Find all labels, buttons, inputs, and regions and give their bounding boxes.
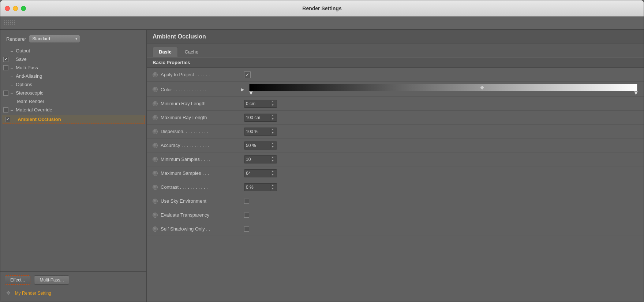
nav-item-multipass[interactable]: – Multi-Pass [0,63,146,72]
min-samples-radio[interactable] [153,157,158,162]
spin-up-icon[interactable]: ▲ [272,128,274,131]
spin-down-icon[interactable]: ▼ [272,103,274,107]
nav-item-stereoscopic[interactable]: – Stereoscopic [0,89,146,97]
max-ray-length-radio[interactable] [153,115,158,120]
render-setting-label: My Render Setting [14,291,51,296]
contrast-radio[interactable] [153,185,158,190]
color-gradient-bar[interactable] [249,84,638,91]
min-ray-length-value[interactable]: 0 cm ▲ ▼ [244,100,277,108]
nav-item-save[interactable]: – Save [0,55,146,63]
contrast-label: Contrast . . . . . . . . . . . [161,184,241,190]
multipass-checkbox [3,65,8,70]
apply-to-project-radio[interactable] [153,72,158,77]
dispersion-value[interactable]: 100 % ▲ ▼ [244,128,277,136]
toolbar: ⠿⠿⠿ [0,16,644,30]
nav-item-output[interactable]: – Output [0,47,146,55]
min-samples-spinner[interactable]: ▲ ▼ [270,155,275,163]
panel-header: Ambient Occlusion [147,30,644,44]
self-shadowing-radio[interactable] [153,226,158,232]
materialoverride-checkbox [3,107,8,113]
color-radio[interactable] [153,87,158,92]
min-ray-length-radio[interactable] [153,101,158,106]
nav-item-teamrender[interactable]: – Team Render [0,97,146,106]
color-handle-left[interactable] [249,91,253,95]
prop-min-samples: Minimum Samples . . . . 10 ▲ ▼ [147,152,644,166]
nav-item-options[interactable]: – Options [0,80,146,89]
dispersion-label: Dispersion. . . . . . . . . . [161,129,241,134]
max-samples-label: Maximum Samples . . . [161,170,241,176]
max-ray-length-label: Maximum Ray Length [161,115,241,120]
apply-to-project-label: Apply to Project . . . . . . [161,72,241,77]
ambientocclusion-checkbox [5,117,10,122]
prop-color: Color . . . . . . . . . . . . . ▶ [147,82,644,97]
contrast-spinner[interactable]: ▲ ▼ [270,183,275,191]
accuracy-spinner[interactable]: ▲ ▼ [270,141,275,150]
sidebar: Renderer Standard – Output – Save [0,30,147,302]
spin-up-icon[interactable]: ▲ [272,141,274,145]
spin-down-icon[interactable]: ▼ [272,117,274,121]
prop-self-shadowing: Self Shadowing Only . . [147,222,644,236]
eval-transparency-check[interactable] [244,213,249,218]
max-samples-spinner[interactable]: ▲ ▼ [270,169,275,177]
tab-basic[interactable]: Basic [153,47,178,57]
spin-up-icon[interactable]: ▲ [272,169,274,173]
minimize-button[interactable] [13,6,18,11]
accuracy-label: Accuracy . . . . . . . . . . . [161,143,241,148]
nav-item-antialiasing[interactable]: – Anti-Aliasing [0,72,146,80]
self-shadowing-label: Self Shadowing Only . . [161,226,241,232]
tabs-row: Basic Cache [147,44,644,57]
renderer-select[interactable]: Standard [29,35,80,43]
maximize-button[interactable] [21,6,26,11]
spin-down-icon[interactable]: ▼ [272,145,274,149]
section-header: Basic Properties [147,57,644,68]
dispersion-radio[interactable] [153,129,158,134]
tab-cache[interactable]: Cache [179,47,205,57]
eval-transparency-radio[interactable] [153,213,158,218]
spin-up-icon[interactable]: ▲ [272,114,274,117]
color-bar-container[interactable] [249,84,638,95]
spin-down-icon[interactable]: ▼ [272,131,274,135]
spin-up-icon[interactable]: ▲ [272,183,274,187]
use-sky-env-radio[interactable] [153,199,158,204]
spin-up-icon[interactable]: ▲ [272,100,274,103]
use-sky-env-check[interactable] [244,199,249,204]
spin-down-icon[interactable]: ▼ [272,173,274,177]
prop-apply-to-project: Apply to Project . . . . . . [147,68,644,82]
stereoscopic-checkbox [3,91,8,96]
self-shadowing-check[interactable] [244,226,249,232]
multipass-button[interactable]: Multi-Pass... [34,275,69,285]
nav-item-ambientocclusion[interactable]: – Ambient Occlusion [2,115,145,124]
prop-dispersion: Dispersion. . . . . . . . . . 100 % ▲ ▼ [147,125,644,139]
color-bar-diamond[interactable] [480,85,485,90]
renderer-label: Renderer [6,36,26,42]
nav-item-materialoverride[interactable]: – Material Override [0,106,146,114]
apply-to-project-check[interactable] [244,71,251,78]
dispersion-spinner[interactable]: ▲ ▼ [270,128,275,136]
window-title: Render Settings [302,5,341,11]
effect-button[interactable]: Effect... [5,275,30,285]
max-ray-length-value[interactable]: 100 cm ▲ ▼ [244,114,277,122]
sidebar-bottom: Effect... Multi-Pass... [0,271,146,288]
spin-up-icon[interactable]: ▲ [272,155,274,159]
renderer-select-wrap[interactable]: Standard [29,35,80,43]
use-sky-env-label: Use Sky Environment [161,198,241,204]
color-handle-right[interactable] [634,91,638,95]
spin-down-icon[interactable]: ▼ [272,187,274,191]
close-button[interactable] [5,6,10,11]
contrast-value[interactable]: 0 % ▲ ▼ [244,183,277,191]
color-label: Color . . . . . . . . . . . . . [161,87,241,92]
accuracy-radio[interactable] [153,143,158,148]
spin-down-icon[interactable]: ▼ [272,159,274,163]
prop-contrast: Contrast . . . . . . . . . . . 0 % ▲ ▼ [147,180,644,194]
max-ray-length-spinner[interactable]: ▲ ▼ [270,114,275,122]
accuracy-value[interactable]: 50 % ▲ ▼ [244,141,277,150]
titlebar: Render Settings [0,0,644,16]
panel-title: Ambient Occlusion [153,33,206,40]
max-samples-value[interactable]: 64 ▲ ▼ [244,169,277,177]
main-content: Renderer Standard – Output – Save [0,30,644,302]
min-ray-length-spinner[interactable]: ▲ ▼ [270,100,275,108]
max-samples-radio[interactable] [153,171,158,176]
prop-min-ray-length: Minimum Ray Length 0 cm ▲ ▼ [147,97,644,111]
traffic-lights [5,6,26,11]
min-samples-value[interactable]: 10 ▲ ▼ [244,155,277,163]
